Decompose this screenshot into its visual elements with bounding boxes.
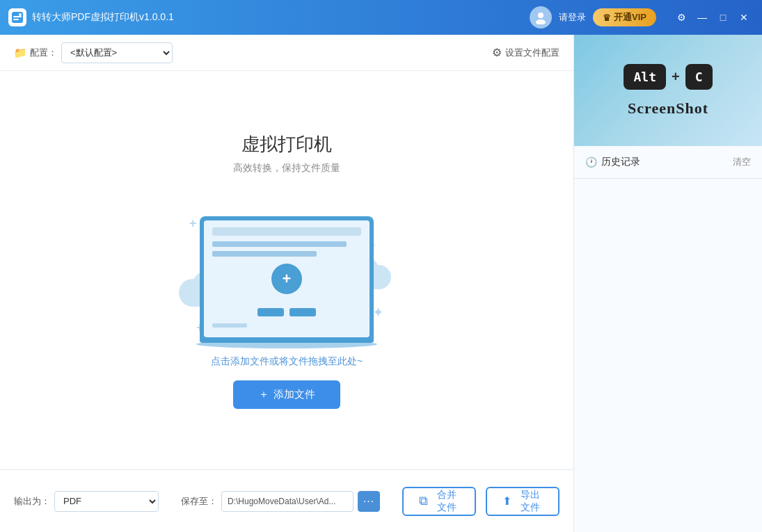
browser-bar (212, 227, 361, 236)
bottom-line-1 (212, 323, 247, 328)
history-empty (574, 179, 762, 532)
deco-plus-1: + (189, 216, 197, 231)
svg-point-4 (538, 13, 543, 18)
screenshot-text: ScreenShot (628, 99, 708, 118)
export-button[interactable]: ⬆ 导出文件 (486, 487, 559, 516)
drop-hint: 点击添加文件或将文件拖拽至此处~ (211, 355, 363, 368)
merge-label: 合并文件 (434, 489, 459, 514)
screenshot-banner: Alt + C ScreenShot (574, 35, 762, 146)
close-button[interactable]: ✕ (734, 8, 754, 27)
history-text: 历史记录 (601, 156, 640, 168)
app-title: 转转大师PDF虚拟打印机v1.0.0.1 (32, 11, 530, 24)
folder-icon: 📁 (14, 47, 27, 59)
laptop-screen-inner: + (204, 220, 370, 337)
laptop-screen-outer: + (200, 216, 374, 341)
c-key: C (685, 64, 713, 90)
svg-rect-1 (13, 16, 22, 17)
history-section: 🕐 历史记录 清空 (574, 146, 762, 179)
bottom-bar: 输出为： PDF 保存至： ··· ⧉ (0, 469, 573, 532)
plus-icon: ＋ (258, 387, 269, 402)
drop-subtitle: 高效转换，保持文件质量 (233, 162, 340, 175)
output-label: 输出为： (14, 495, 50, 508)
vip-icon: ♛ (603, 13, 611, 23)
toolbar: 📁 配置： <默认配置> ⚙ 设置文件配置 (0, 35, 573, 71)
gear-icon: ⚙ (492, 46, 502, 59)
title-bar: 转转大师PDF虚拟打印机v1.0.0.1 请登录 ♛ 开通VIP ⚙ — □ ✕ (0, 0, 762, 35)
save-label: 保存至： (181, 495, 217, 508)
mini-buttons (257, 308, 316, 316)
export-icon: ⬆ (502, 494, 511, 508)
save-path-input[interactable] (221, 491, 354, 512)
app-logo (8, 8, 26, 26)
add-cursor-icon: + (271, 264, 302, 294)
drop-title: 虚拟打印机 (241, 132, 332, 156)
add-file-label: 添加文件 (273, 388, 315, 401)
plus-separator: + (672, 69, 680, 85)
deco-asterisk-2: ✦ (372, 304, 384, 321)
svg-point-3 (19, 13, 22, 16)
vip-button[interactable]: ♛ 开通VIP (593, 8, 656, 26)
right-panel: Alt + C ScreenShot 🕐 历史记录 清空 (574, 35, 762, 532)
config-label: 配置： (30, 47, 57, 59)
title-bar-actions: 请登录 ♛ 开通VIP ⚙ — □ ✕ (530, 6, 754, 29)
clear-button[interactable]: 清空 (733, 156, 751, 168)
content-line-1 (212, 241, 347, 247)
printer-illustration: + + ✦ ✦ (175, 195, 398, 355)
output-field: 输出为： PDF (14, 491, 159, 512)
save-path-row: 保存至： ··· (181, 491, 380, 512)
drop-area[interactable]: 虚拟打印机 高效转换，保持文件质量 + + ✦ ✦ (0, 71, 573, 469)
svg-rect-2 (13, 19, 19, 20)
browse-button[interactable]: ··· (358, 491, 380, 512)
minimize-button[interactable]: — (692, 8, 712, 27)
user-avatar[interactable] (530, 6, 552, 29)
add-file-button[interactable]: ＋ 添加文件 (233, 380, 340, 409)
screenshot-keys: Alt + C (624, 64, 712, 90)
export-label: 导出文件 (517, 489, 543, 514)
history-label: 🕐 历史记录 (585, 156, 640, 168)
main-layout: 📁 配置： <默认配置> ⚙ 设置文件配置 虚拟打印机 高效转换，保持文件质量 … (0, 35, 762, 532)
alt-key: Alt (624, 64, 666, 90)
maximize-button[interactable]: □ (713, 8, 733, 27)
action-buttons: ⧉ 合并文件 ⬆ 导出文件 (402, 487, 559, 516)
login-label[interactable]: 请登录 (559, 11, 586, 24)
merge-icon: ⧉ (419, 494, 428, 508)
content-line-2 (212, 251, 317, 257)
clock-icon: 🕐 (585, 156, 597, 168)
settings-control[interactable]: ⚙ (672, 8, 691, 27)
output-select[interactable]: PDF (54, 491, 159, 512)
dots-icon: ··· (363, 495, 374, 508)
config-select[interactable]: <默认配置> (61, 42, 173, 63)
center-panel: 📁 配置： <默认配置> ⚙ 设置文件配置 虚拟打印机 高效转换，保持文件质量 … (0, 35, 574, 532)
merge-button[interactable]: ⧉ 合并文件 (402, 487, 476, 516)
window-controls: ⚙ — □ ✕ (672, 8, 754, 27)
svg-point-5 (536, 19, 546, 24)
settings-file-button[interactable]: ⚙ 设置文件配置 (492, 46, 559, 59)
